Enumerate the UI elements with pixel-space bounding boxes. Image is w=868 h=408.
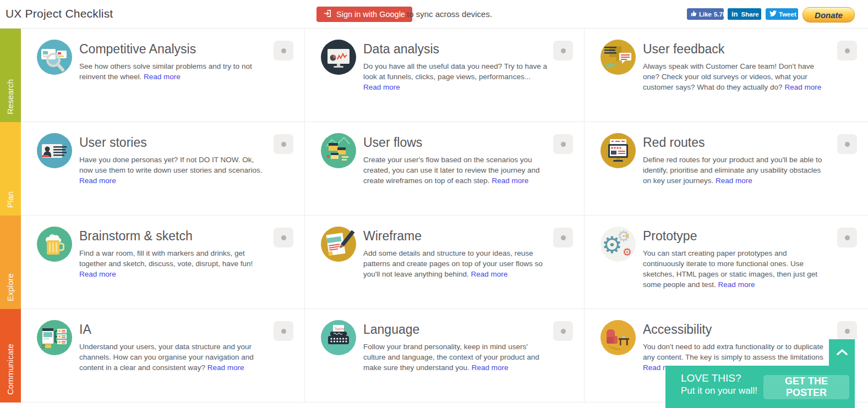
- sign-in-icon: [324, 9, 332, 19]
- read-more-link[interactable]: Read more: [144, 73, 181, 81]
- checklist-grid: Competitive Analysis See how others solv…: [21, 29, 868, 403]
- checklist-toggle[interactable]: [837, 134, 857, 154]
- read-more-link[interactable]: Read more: [79, 177, 116, 185]
- accessibility-icon: [600, 320, 636, 355]
- ux-checklist-page: UX Project Checklist Sign in with Google…: [0, 0, 868, 408]
- google-signin-label: Sign in with Google: [336, 10, 405, 19]
- section-research: Research: [0, 29, 21, 122]
- twitter-bird-icon: [769, 10, 777, 18]
- wireframe-icon: [321, 227, 356, 262]
- card-red-routes: Red routes Define red routes for your pr…: [585, 122, 868, 216]
- facebook-like-count: 5.7K: [714, 11, 727, 18]
- dot-icon: [281, 48, 286, 53]
- read-more-link[interactable]: Read more: [472, 363, 509, 372]
- competitive-analysis-icon: [37, 40, 72, 75]
- card-user-stories: User stories Have you done personas yet?…: [21, 122, 305, 216]
- checklist-toggle[interactable]: [553, 41, 573, 60]
- user-flows-icon: [321, 133, 356, 168]
- read-more-link[interactable]: Read more: [718, 280, 755, 289]
- section-label: Research: [0, 79, 21, 122]
- card-title: Wireframe: [363, 228, 548, 244]
- checklist-toggle[interactable]: [274, 41, 293, 60]
- card-title: Accessibility: [643, 321, 828, 338]
- card-description: Have you done personas yet? If not DO IT…: [79, 156, 262, 174]
- header: UX Project Checklist Sign in with Google…: [0, 0, 868, 29]
- dot-icon: [561, 235, 566, 240]
- read-more-link[interactable]: Read more: [363, 83, 400, 91]
- svg-text:⚙: ⚙: [623, 246, 632, 258]
- read-more-link[interactable]: Read more: [208, 363, 244, 372]
- red-routes-icon: [600, 133, 636, 168]
- card-description: Do you have all the useful data you need…: [363, 62, 547, 81]
- thumbs-up-icon: [691, 10, 697, 18]
- dot-icon: [845, 235, 850, 240]
- dot-icon: [281, 142, 286, 147]
- dot-icon: [845, 142, 850, 147]
- google-signin-button[interactable]: Sign in with Google: [316, 7, 412, 22]
- donate-button[interactable]: Donate: [803, 7, 855, 23]
- card-title: User flows: [363, 134, 548, 151]
- card-title: Prototype: [643, 228, 828, 244]
- checklist-toggle[interactable]: [837, 41, 857, 60]
- card-title: User feedback: [643, 41, 828, 57]
- checklist-toggle[interactable]: [274, 228, 293, 247]
- card-title: Competitive Analysis: [79, 41, 264, 57]
- poster-popup: LOVE THIS? Put it on your wall! GET THE …: [665, 366, 855, 408]
- card-title: Red routes: [643, 134, 828, 151]
- dot-icon: [561, 142, 566, 147]
- scroll-to-top-button[interactable]: [829, 339, 855, 366]
- facebook-like-button[interactable]: Like 5.7K: [687, 8, 724, 20]
- page-title: UX Project Checklist: [6, 7, 113, 20]
- card-brainstorm-sketch: Brainstorm & sketch Find a war room, fil…: [21, 216, 305, 309]
- section-label: Plan: [0, 191, 21, 216]
- twitter-tweet-label: Tweet: [779, 11, 796, 18]
- prototype-icon: ⚙ ⚙ ⚙: [600, 227, 636, 262]
- card-competitive-analysis: Competitive Analysis See how others solv…: [21, 29, 305, 122]
- card-title: Language: [363, 321, 548, 338]
- get-poster-button[interactable]: GET THE POSTER: [763, 375, 849, 399]
- card-description: You don't need to add extra functionalit…: [643, 343, 823, 361]
- checklist-toggle[interactable]: [274, 321, 293, 341]
- card-title: Brainstorm & sketch: [79, 228, 264, 244]
- checklist-toggle[interactable]: [837, 321, 857, 341]
- read-more-link[interactable]: Read more: [471, 270, 507, 278]
- checklist-toggle[interactable]: [837, 228, 857, 247]
- dot-icon: [281, 329, 286, 334]
- card-description: Add some details and structure to your i…: [363, 249, 543, 278]
- read-more-link[interactable]: Read more: [79, 270, 116, 278]
- dot-icon: [561, 48, 566, 53]
- card-user-flows: User flows Create your user's flow based…: [305, 122, 585, 216]
- poster-heading: LOVE THIS?: [681, 372, 757, 385]
- card-language: Typing Language Follow your brand person…: [305, 309, 585, 403]
- read-more-link[interactable]: Read more: [784, 83, 821, 91]
- card-data-analysis: Data analysis Do you have all the useful…: [305, 29, 585, 122]
- card-user-feedback: User feedback Always speak with Customer…: [585, 29, 868, 122]
- linkedin-share-button[interactable]: in Share: [728, 8, 761, 20]
- data-analysis-icon: [321, 40, 356, 75]
- section-label: Communicate: [0, 344, 21, 403]
- checklist-toggle[interactable]: [553, 228, 573, 247]
- checklist-toggle[interactable]: [553, 321, 573, 341]
- user-stories-icon: [37, 133, 72, 168]
- signin-note: to sync across devices.: [407, 9, 492, 19]
- checklist-toggle[interactable]: [553, 134, 573, 154]
- typewriter-paper-text: Typing: [334, 327, 346, 331]
- section-explore: Explore: [0, 216, 21, 309]
- linkedin-share-label: Share: [741, 11, 759, 18]
- card-description: Follow your brand personality, keep in m…: [363, 343, 539, 372]
- poster-text: LOVE THIS? Put it on your wall!: [681, 372, 757, 397]
- card-wireframe: Wireframe Add some details and structure…: [305, 216, 585, 309]
- dot-icon: [845, 329, 850, 334]
- dot-icon: [845, 48, 850, 53]
- twitter-tweet-button[interactable]: Tweet: [766, 8, 798, 20]
- card-title: User stories: [79, 134, 264, 151]
- card-prototype: ⚙ ⚙ ⚙ Prototype You can start creating p…: [585, 216, 868, 309]
- read-more-link[interactable]: Read more: [716, 177, 752, 185]
- section-plan: Plan: [0, 122, 21, 216]
- ia-icon: [37, 320, 72, 355]
- dot-icon: [561, 329, 566, 334]
- card-ia: IA Understand your users, your data stru…: [21, 309, 305, 403]
- read-more-link[interactable]: Read more: [492, 177, 528, 185]
- card-title: IA: [79, 321, 264, 338]
- checklist-toggle[interactable]: [274, 134, 293, 154]
